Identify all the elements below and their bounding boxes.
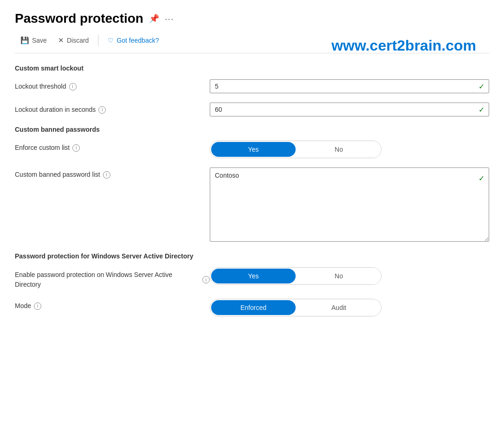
save-icon: 💾 [20,36,29,45]
lockout-duration-label: Lockout duration in seconds i [15,103,210,115]
pin-icon[interactable]: 📌 [149,13,159,24]
custom-banned-password-list-info-icon[interactable]: i [103,171,110,179]
lockout-duration-row: Lockout duration in seconds i ✓ [15,103,489,116]
discard-label: Discard [67,37,89,44]
mode-audit-button[interactable]: Audit [297,299,381,316]
enforce-custom-list-control: Yes No [210,141,489,158]
toolbar-divider [98,35,98,46]
lockout-threshold-input-wrapper: ✓ [210,79,489,93]
lockout-duration-checkmark: ✓ [478,105,485,114]
custom-banned-password-list-textarea[interactable]: Contoso [210,167,489,242]
enable-protection-control: Yes No [210,267,489,285]
enable-protection-no-button[interactable]: No [297,268,381,284]
mode-control: Enforced Audit [210,299,489,316]
lockout-duration-control: ✓ [210,103,489,116]
lockout-duration-info-icon[interactable]: i [98,106,106,114]
more-options-icon[interactable]: ··· [165,13,174,24]
enforce-custom-list-yes-button[interactable]: Yes [211,142,296,157]
custom-banned-password-list-control: Contoso ✓ [210,167,489,243]
save-button[interactable]: 💾 Save [15,33,52,47]
feedback-icon: ♡ [108,37,114,44]
custom-banned-passwords-section-label: Custom banned passwords [15,126,489,133]
mode-info-icon[interactable]: i [34,302,41,310]
lockout-duration-input-wrapper: ✓ [210,103,489,116]
discard-button[interactable]: ✕ Discard [52,33,94,47]
toolbar: 💾 Save ✕ Discard ♡ Got feedback? [15,33,489,53]
mode-label: Mode i [15,299,210,311]
lockout-duration-input[interactable] [210,103,489,116]
custom-banned-password-list-row: Custom banned password list i Contoso ✓ [15,167,489,243]
lockout-threshold-info-icon[interactable]: i [69,83,77,90]
enable-protection-toggle: Yes No [210,267,381,285]
enable-protection-yes-button[interactable]: Yes [211,269,296,283]
discard-icon: ✕ [58,36,64,45]
feedback-label: Got feedback? [116,37,159,44]
mode-enforced-button[interactable]: Enforced [211,300,296,315]
windows-ad-section-label: Password protection for Windows Server A… [15,252,489,260]
lockout-threshold-control: ✓ [210,79,489,93]
lockout-threshold-label: Lockout threshold i [15,79,210,91]
save-label: Save [32,37,47,44]
enforce-custom-list-row: Enforce custom list i Yes No [15,141,489,158]
mode-row: Mode i Enforced Audit [15,299,489,316]
lockout-threshold-input[interactable] [210,79,489,93]
feedback-button[interactable]: ♡ Got feedback? [102,34,164,47]
custom-smart-lockout-section-label: Custom smart lockout [15,64,489,72]
lockout-threshold-row: Lockout threshold i ✓ [15,79,489,93]
title-row: Password protection 📌 ··· [15,11,489,26]
enable-protection-row: Enable password protection on Windows Se… [15,267,489,289]
mode-toggle: Enforced Audit [210,299,381,316]
custom-banned-password-list-checkmark: ✓ [478,174,485,183]
enforce-custom-list-info-icon[interactable]: i [72,144,80,152]
lockout-threshold-checkmark: ✓ [478,82,485,91]
enable-protection-label: Enable password protection on Windows Se… [15,267,210,289]
custom-banned-password-list-label: Custom banned password list i [15,167,210,180]
custom-banned-password-list-textarea-wrapper: Contoso ✓ [210,167,489,243]
enable-protection-info-icon[interactable]: i [202,276,210,283]
enforce-custom-list-no-button[interactable]: No [297,141,381,158]
enforce-custom-list-label: Enforce custom list i [15,141,210,153]
enforce-custom-list-toggle: Yes No [210,141,381,158]
page-title: Password protection [15,11,143,26]
